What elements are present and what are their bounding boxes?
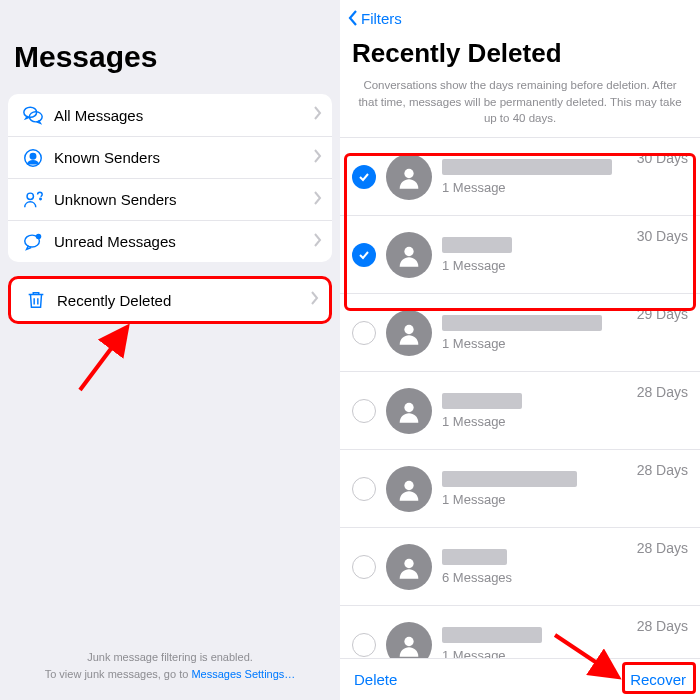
avatar: [386, 544, 432, 590]
filter-label: Recently Deleted: [51, 292, 311, 309]
filter-unread-messages[interactable]: Unread Messages: [8, 220, 332, 262]
avatar: [386, 310, 432, 356]
contact-name-redacted: [442, 471, 577, 487]
page-title: Messages: [8, 0, 332, 94]
chat-bubbles-icon: [18, 104, 48, 126]
chevron-right-icon: [314, 233, 322, 251]
avatar: [386, 154, 432, 200]
conversation-row[interactable]: 1 Message29 Days: [340, 293, 700, 371]
conversation-info: 1 Message: [442, 471, 637, 507]
message-count: 1 Message: [442, 336, 637, 351]
days-remaining: 28 Days: [637, 528, 688, 556]
svg-point-3: [30, 153, 36, 159]
days-remaining: 30 Days: [637, 138, 688, 166]
conversation-info: 1 Message: [442, 393, 637, 429]
conversation-row[interactable]: 6 Messages28 Days: [340, 527, 700, 605]
page-title: Recently Deleted: [340, 36, 700, 77]
message-count: 1 Message: [442, 180, 637, 195]
bottom-toolbar: Delete Recover: [340, 658, 700, 700]
chevron-left-icon: [348, 10, 358, 26]
conversation-row[interactable]: 1 Message28 Days: [340, 605, 700, 658]
footer-line1: Junk message filtering is enabled.: [0, 649, 340, 666]
selection-checkbox[interactable]: [352, 165, 376, 189]
avatar: [386, 622, 432, 658]
conversations-list: 1 Message30 Days1 Message30 Days1 Messag…: [340, 137, 700, 658]
chevron-right-icon: [314, 191, 322, 209]
contact-name-redacted: [442, 315, 602, 331]
message-count: 1 Message: [442, 492, 637, 507]
chevron-right-icon: [314, 149, 322, 167]
conversation-row[interactable]: 1 Message30 Days: [340, 137, 700, 215]
days-remaining: 30 Days: [637, 216, 688, 244]
conversation-info: 1 Message: [442, 159, 637, 195]
days-remaining: 28 Days: [637, 450, 688, 478]
svg-point-14: [404, 558, 413, 567]
recently-deleted-pane: Filters Recently Deleted Conversations s…: [340, 0, 700, 700]
filter-all-messages[interactable]: All Messages: [8, 94, 332, 136]
filter-label: Known Senders: [48, 149, 314, 166]
recover-button[interactable]: Recover: [630, 671, 686, 688]
filter-known-senders[interactable]: Known Senders: [8, 136, 332, 178]
message-count: 1 Message: [442, 414, 637, 429]
days-remaining: 29 Days: [637, 294, 688, 322]
chevron-right-icon: [314, 106, 322, 124]
message-count: 1 Message: [442, 258, 637, 273]
nav-bar: Filters: [340, 0, 700, 36]
conversation-info: 1 Message: [442, 627, 637, 658]
svg-point-4: [27, 193, 33, 199]
filter-label: Unread Messages: [48, 233, 314, 250]
info-text: Conversations show the days remaining be…: [340, 77, 700, 137]
svg-point-9: [404, 168, 413, 177]
svg-point-13: [404, 480, 413, 489]
conversation-row[interactable]: 1 Message28 Days: [340, 371, 700, 449]
contact-name-redacted: [442, 237, 512, 253]
svg-point-11: [404, 324, 413, 333]
selection-checkbox[interactable]: [352, 477, 376, 501]
contact-name-redacted: [442, 549, 507, 565]
selection-checkbox[interactable]: [352, 321, 376, 345]
selection-checkbox[interactable]: [352, 399, 376, 423]
contact-name-redacted: [442, 159, 612, 175]
footer-line2: To view junk messages, go to Messages Se…: [0, 666, 340, 683]
conversation-row[interactable]: 1 Message28 Days: [340, 449, 700, 527]
avatar: [386, 232, 432, 278]
delete-button[interactable]: Delete: [354, 671, 397, 688]
back-label: Filters: [361, 10, 402, 27]
conversation-info: 6 Messages: [442, 549, 637, 585]
chat-badge-icon: [18, 231, 48, 253]
filter-label: All Messages: [48, 107, 314, 124]
messages-settings-link[interactable]: Messages Settings…: [191, 668, 295, 680]
conversation-info: 1 Message: [442, 315, 637, 351]
avatar: [386, 466, 432, 512]
message-count: 6 Messages: [442, 570, 637, 585]
filter-label: Unknown Senders: [48, 191, 314, 208]
person-question-icon: [18, 189, 48, 211]
days-remaining: 28 Days: [637, 372, 688, 400]
recently-deleted-group: Recently Deleted: [8, 276, 332, 324]
selection-checkbox[interactable]: [352, 243, 376, 267]
person-circle-icon: [18, 147, 48, 169]
message-count: 1 Message: [442, 648, 637, 658]
contact-name-redacted: [442, 627, 542, 643]
selection-checkbox[interactable]: [352, 633, 376, 657]
svg-point-5: [40, 198, 41, 199]
footer-note: Junk message filtering is enabled. To vi…: [0, 649, 340, 682]
filter-unknown-senders[interactable]: Unknown Senders: [8, 178, 332, 220]
chevron-right-icon: [311, 291, 319, 309]
conversation-info: 1 Message: [442, 237, 637, 273]
messages-filters-pane: Messages All Messages Known Senders Unkn…: [0, 0, 340, 700]
annotation-arrow-icon: [70, 320, 140, 400]
back-button[interactable]: Filters: [348, 10, 402, 27]
selection-checkbox[interactable]: [352, 555, 376, 579]
svg-point-15: [404, 636, 413, 645]
filter-recently-deleted[interactable]: Recently Deleted: [11, 279, 329, 321]
avatar: [386, 388, 432, 434]
svg-point-10: [404, 246, 413, 255]
svg-point-12: [404, 402, 413, 411]
svg-point-7: [36, 233, 42, 239]
days-remaining: 28 Days: [637, 606, 688, 634]
filters-list: All Messages Known Senders Unknown Sende…: [8, 94, 332, 262]
contact-name-redacted: [442, 393, 522, 409]
trash-icon: [21, 289, 51, 311]
conversation-row[interactable]: 1 Message30 Days: [340, 215, 700, 293]
